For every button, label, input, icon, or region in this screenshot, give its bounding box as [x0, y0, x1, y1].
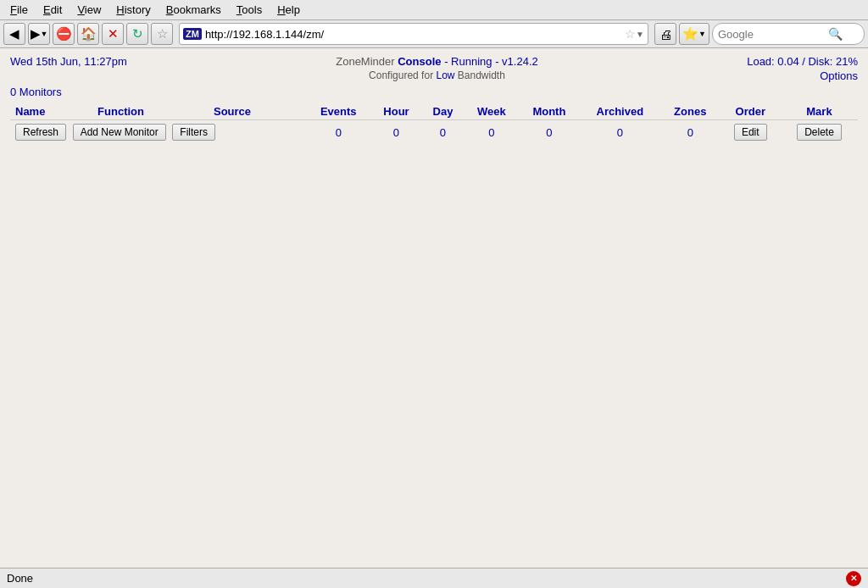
menu-help[interactable]: Help: [270, 2, 307, 18]
col-header-function: Function: [92, 103, 209, 120]
star-icon[interactable]: ☆: [625, 27, 636, 41]
day-value: 0: [421, 120, 464, 145]
filters-button[interactable]: Filters: [172, 124, 215, 141]
configured-for-label: Configured for: [369, 69, 433, 81]
col-header-name: Name: [10, 103, 92, 120]
delete-button[interactable]: Delete: [797, 124, 842, 141]
action-buttons-cell: Refresh Add New Monitor Filters: [10, 120, 306, 145]
col-header-events: Events: [306, 103, 371, 120]
home-button[interactable]: 🏠: [77, 23, 99, 45]
info-row: Wed 15th Jun, 11:27pm ZoneMinder Console…: [10, 55, 858, 82]
col-header-mark: Mark: [781, 103, 858, 120]
zm-title: ZoneMinder Console - Running - v1.24.2: [336, 55, 538, 68]
url-input[interactable]: [205, 28, 621, 41]
col-header-day: Day: [421, 103, 464, 120]
col-header-archived: Archived: [580, 103, 660, 120]
mark-cell: Delete: [781, 120, 858, 145]
monitors-row: 0 Monitors: [10, 86, 858, 98]
action-buttons-row: Refresh Add New Monitor Filters 0 0 0 0 …: [10, 120, 858, 145]
bandwidth-level-link[interactable]: Low: [436, 69, 454, 81]
monitors-count-link[interactable]: 0 Monitors: [10, 86, 62, 98]
bandwidth-row: Configured for Low Bandwidth: [336, 69, 538, 81]
menu-file[interactable]: File: [3, 2, 35, 18]
col-header-month: Month: [519, 103, 580, 120]
menu-edit[interactable]: Edit: [36, 2, 69, 18]
edit-button[interactable]: Edit: [734, 124, 767, 141]
order-cell: Edit: [721, 120, 781, 145]
add-monitor-button[interactable]: Add New Monitor: [73, 124, 166, 141]
search-input[interactable]: [718, 28, 828, 41]
archived-value: 0: [580, 120, 660, 145]
back-button[interactable]: ◀: [3, 23, 25, 45]
print-button[interactable]: 🖨: [654, 23, 676, 45]
stop-icon[interactable]: ✕: [846, 571, 861, 583]
zm-logo: ZM: [183, 28, 202, 40]
week-value: 0: [465, 120, 519, 145]
menu-bar: File Edit View History Bookmarks Tools H…: [0, 0, 868, 20]
zm-brand: ZoneMinder: [336, 55, 394, 68]
options-link[interactable]: Options: [747, 69, 858, 82]
month-value: 0: [519, 120, 580, 145]
status-bar: Done ✕: [0, 568, 868, 582]
refresh-button[interactable]: Refresh: [15, 124, 66, 141]
forward-button[interactable]: ▶▼: [28, 23, 50, 45]
col-header-source: Source: [209, 103, 306, 120]
reload-button[interactable]: ↻: [126, 23, 148, 45]
col-header-week: Week: [465, 103, 519, 120]
table-header-row: Name Function Source Events Hour Day Wee…: [10, 103, 858, 120]
close-tab-button[interactable]: ✕: [102, 23, 124, 45]
search-button[interactable]: 🔍: [828, 27, 843, 41]
browser-toolbar: ◀ ▶▼ ⛔ 🏠 ✕ ↻ ☆ ZM ☆ ▼ 🖨 ⭐▼ 🔍: [0, 20, 868, 48]
main-content: Wed 15th Jun, 11:27pm ZoneMinder Console…: [0, 48, 868, 582]
hour-value: 0: [371, 120, 422, 145]
menu-history[interactable]: History: [109, 2, 157, 18]
menu-view[interactable]: View: [70, 2, 108, 18]
address-bar: ZM ☆ ▼: [179, 23, 648, 45]
date-display: Wed 15th Jun, 11:27pm: [10, 55, 127, 68]
col-header-zones: Zones: [660, 103, 721, 120]
col-header-order: Order: [721, 103, 781, 120]
col-header-hour: Hour: [371, 103, 422, 120]
load-text: Load: 0.04 / Disk: 21%: [747, 55, 858, 68]
zones-value: 0: [660, 120, 721, 145]
search-bar: 🔍: [712, 23, 865, 45]
right-info: Load: 0.04 / Disk: 21% Options: [747, 55, 858, 82]
center-info: ZoneMinder Console - Running - v1.24.2 C…: [336, 55, 538, 81]
bookmark-dropdown-button[interactable]: ⭐▼: [679, 23, 709, 45]
menu-tools[interactable]: Tools: [230, 2, 269, 18]
bookmark-button[interactable]: ☆: [151, 23, 173, 45]
stop-reload-button[interactable]: ⛔: [53, 23, 75, 45]
menu-bookmarks[interactable]: Bookmarks: [159, 2, 228, 18]
bandwidth-label: Bandwidth: [458, 69, 505, 81]
events-value: 0: [306, 120, 371, 145]
dropdown-arrow[interactable]: ▼: [636, 30, 644, 39]
monitor-table: Name Function Source Events Hour Day Wee…: [10, 103, 858, 144]
console-link[interactable]: Console: [398, 55, 441, 68]
status-text: Done: [7, 572, 33, 582]
date-text: Wed 15th Jun, 11:27pm: [10, 55, 127, 68]
